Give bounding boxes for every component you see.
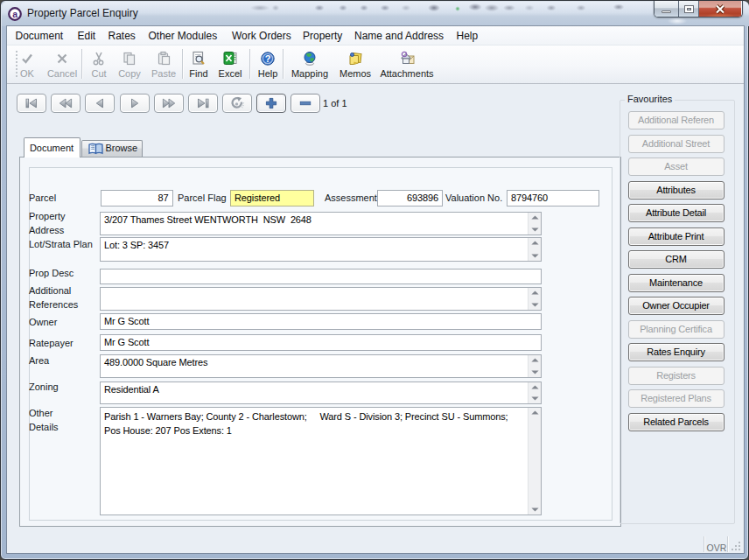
svg-text:a: a <box>12 9 18 19</box>
svg-text:?: ? <box>265 53 271 64</box>
